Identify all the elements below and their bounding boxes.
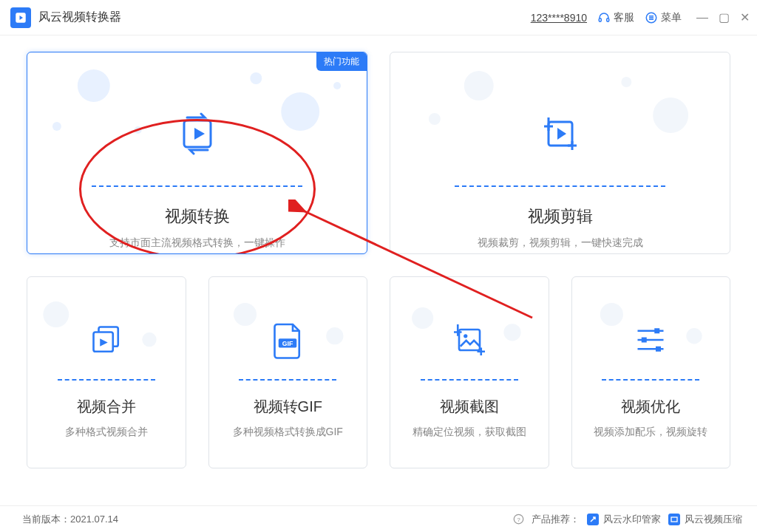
svg-point-35	[503, 324, 520, 341]
main-area: 热门功能 视频转换 支持市面主流视频格式转换，一键操作	[0, 35, 757, 499]
recommend-link-2[interactable]: 风云视频压缩	[668, 513, 742, 526]
svg-point-27	[142, 332, 156, 347]
svg-point-10	[135, 126, 142, 134]
svg-point-9	[78, 69, 110, 102]
card-desc: 支持市面主流视频格式转换，一键操作	[109, 236, 285, 250]
divider-line	[602, 379, 699, 381]
svg-point-18	[621, 77, 631, 87]
recommend-link-1[interactable]: 风云水印管家	[587, 513, 661, 526]
minimize-button[interactable]: —	[696, 12, 708, 24]
svg-rect-45	[655, 328, 660, 333]
svg-point-37	[464, 334, 467, 338]
card-title: 视频合并	[77, 397, 136, 417]
footer-right: ? 产品推荐： 风云水印管家 风云视频压缩	[513, 513, 742, 526]
divider-line	[455, 185, 665, 187]
svg-point-31	[233, 303, 256, 326]
recommend-icon	[668, 514, 680, 525]
app-title: 风云视频转换器	[38, 10, 121, 25]
svg-point-43	[686, 328, 702, 344]
card-desc: 多种视频格式转换成GIF	[233, 426, 343, 439]
titlebar-right: 123****8910 客服 菜单 — ▢ ✕	[531, 11, 750, 24]
titlebar-left: 风云视频转换器	[10, 7, 121, 28]
support-label: 客服	[614, 11, 634, 24]
card-video-screenshot[interactable]: 视频截图 精确定位视频，获取截图	[390, 276, 549, 468]
menu-icon	[645, 11, 658, 24]
divider-line	[239, 379, 336, 381]
svg-rect-47	[642, 338, 647, 343]
sliders-icon	[625, 314, 676, 366]
card-title: 视频剪辑	[528, 205, 593, 228]
divider-line	[58, 379, 155, 381]
close-button[interactable]: ✕	[740, 12, 750, 24]
row-top: 热门功能 视频转换 支持市面主流视频格式转换，一键操作	[27, 52, 730, 254]
convert-icon	[168, 104, 227, 163]
svg-point-13	[333, 82, 341, 89]
recommend-text: 风云水印管家	[603, 513, 661, 526]
svg-point-19	[653, 98, 688, 133]
badge-hot: 热门功能	[316, 52, 367, 71]
card-title: 视频截图	[440, 397, 499, 417]
version-label: 当前版本：	[22, 514, 70, 525]
row-bottom: 视频合并 多种格式视频合并 GIF 视频转GIF 多种视频格式转换成GIF	[27, 276, 730, 468]
window-controls: — ▢ ✕	[696, 12, 750, 24]
recommend-label: 产品推荐：	[532, 513, 580, 526]
gif-icon: GIF	[262, 314, 313, 366]
merge-icon	[81, 314, 132, 366]
version-info: 当前版本：2021.07.14	[22, 513, 118, 526]
recommend-icon	[587, 514, 599, 525]
svg-point-16	[429, 113, 441, 125]
card-video-optimize[interactable]: 视频优化 视频添加配乐，视频旋转	[571, 276, 731, 468]
svg-point-12	[281, 92, 319, 131]
svg-text:?: ?	[517, 516, 520, 523]
svg-point-32	[326, 327, 343, 344]
svg-rect-2	[599, 18, 601, 21]
svg-point-42	[600, 303, 622, 326]
svg-marker-15	[194, 128, 205, 140]
svg-marker-21	[557, 128, 566, 140]
recommend-text: 风云视频压缩	[685, 513, 742, 526]
card-video-merge[interactable]: 视频合并 多种格式视频合并	[27, 276, 186, 468]
svg-point-8	[52, 122, 61, 131]
card-title: 视频转GIF	[254, 397, 322, 417]
card-video-convert[interactable]: 热门功能 视频转换 支持市面主流视频格式转换，一键操作	[27, 52, 367, 254]
card-video-gif[interactable]: GIF 视频转GIF 多种视频格式转换成GIF	[208, 276, 368, 468]
svg-rect-3	[607, 18, 609, 21]
titlebar: 风云视频转换器 123****8910 客服 菜单 — ▢ ✕	[0, 0, 757, 35]
version-value: 2021.07.14	[70, 514, 118, 525]
menu-label: 菜单	[661, 11, 682, 24]
svg-point-26	[43, 301, 69, 327]
svg-point-34	[412, 307, 433, 329]
svg-rect-49	[656, 347, 661, 352]
card-title: 视频转换	[165, 205, 230, 228]
svg-rect-54	[671, 517, 677, 522]
divider-line	[421, 379, 518, 381]
account-id[interactable]: 123****8910	[531, 12, 587, 24]
card-desc: 精确定位视频，获取截图	[413, 426, 526, 439]
maximize-button[interactable]: ▢	[719, 12, 730, 24]
menu-button[interactable]: 菜单	[645, 11, 682, 24]
svg-point-11	[250, 72, 262, 84]
screenshot-icon	[444, 314, 495, 366]
svg-point-17	[464, 71, 494, 100]
card-title: 视频优化	[621, 397, 680, 417]
card-desc: 视频添加配乐，视频旋转	[594, 426, 707, 439]
card-desc: 多种格式视频合并	[65, 426, 148, 439]
card-video-edit[interactable]: 视频剪辑 视频裁剪，视频剪辑，一键快速完成	[390, 52, 730, 254]
help-icon[interactable]: ?	[513, 514, 524, 525]
divider-line	[92, 185, 302, 187]
gif-tag-text: GIF	[282, 340, 293, 347]
edit-icon	[531, 104, 590, 163]
svg-rect-36	[459, 330, 480, 350]
support-button[interactable]: 客服	[597, 11, 634, 24]
headset-icon	[597, 11, 611, 24]
app-logo-icon	[10, 7, 31, 28]
footer: 当前版本：2021.07.14 ? 产品推荐： 风云水印管家 风云视频压缩	[0, 505, 757, 532]
card-desc: 视频裁剪，视频剪辑，一键快速完成	[478, 236, 643, 250]
